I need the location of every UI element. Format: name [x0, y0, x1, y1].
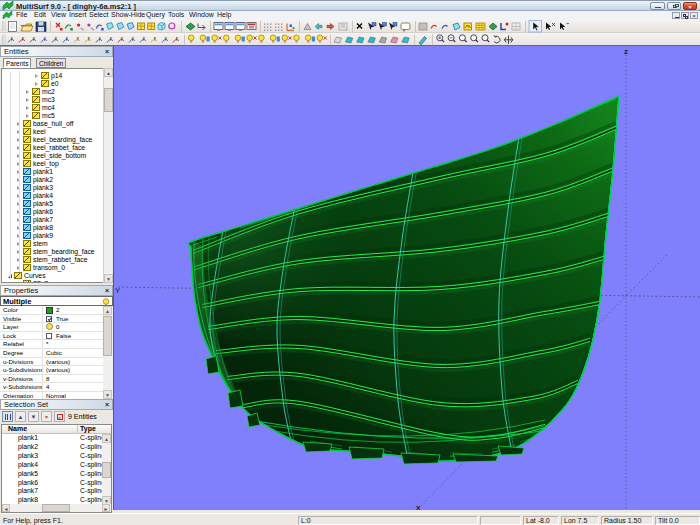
svg-text:x: x	[416, 503, 421, 510]
svg-text:z: z	[624, 47, 628, 56]
svg-text:Y: Y	[115, 286, 121, 295]
